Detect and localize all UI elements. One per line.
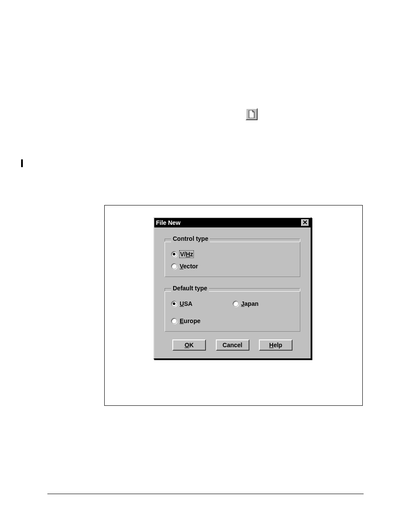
radio-japan[interactable]: Japan [233,300,294,307]
radio-indicator [171,301,177,307]
radio-vhz-label: V/Hz [180,251,193,258]
control-type-legend: Control type [171,235,210,242]
new-file-icon [248,110,255,118]
dialog-button-row: OK Cancel Help [165,339,300,351]
radio-japan-label: Japan [241,300,258,307]
radio-vector[interactable]: Vector [171,263,294,270]
dialog-title: File New [156,219,181,226]
close-button[interactable] [301,219,309,226]
radio-indicator [171,263,177,269]
radio-europe[interactable]: Europe [171,317,233,324]
default-type-legend: Default type [171,285,209,292]
radio-vector-label: Vector [180,263,198,270]
illustration-frame: File New Control type V/Hz [104,205,363,406]
control-type-group: Control type V/Hz Vector [165,235,300,277]
footer-rule [47,494,364,494]
radio-europe-label: Europe [180,317,200,324]
radio-indicator [233,301,239,307]
close-icon [303,220,307,226]
new-file-toolbar-button[interactable] [246,108,258,120]
radio-indicator [171,251,177,257]
dialog-titlebar: File New [154,218,311,227]
help-button[interactable]: Help [259,339,293,351]
radio-usa-label: USA [180,300,193,307]
radio-vhz[interactable]: V/Hz [171,251,294,258]
file-new-dialog: File New Control type V/Hz [153,217,311,359]
radio-usa[interactable]: USA [171,300,233,307]
default-type-group: Default type USA Japan [165,285,300,332]
dialog-body: Control type V/Hz Vector Default type [154,227,311,358]
ok-button[interactable]: OK [172,339,206,351]
cancel-button[interactable]: Cancel [216,339,249,351]
radio-indicator [171,318,177,324]
change-bar [21,159,23,167]
